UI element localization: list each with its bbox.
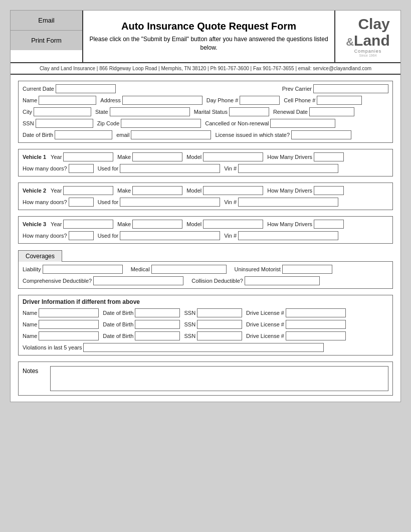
vehicle-1-model-label: Model [186,154,201,160]
vehicle-2-model-input[interactable] [203,186,263,195]
vehicle-2-row-1: Vehicle 2 Year Make Model How Many Drive… [23,186,388,195]
coverages-row-1: Liability Medical Uninsured Motorist [23,265,388,274]
vehicle-3-year-input[interactable] [63,220,113,229]
vehicle-1-usedfor-input[interactable] [120,164,220,173]
vehicle-2-model-label: Model [186,188,201,194]
vehicle-2-year-input[interactable] [63,186,113,195]
vehicle-3-vin-input[interactable] [238,231,338,240]
uninsured-input[interactable] [282,265,332,274]
driver-1-ssn-label: SSN [184,310,195,316]
address-label: Address [100,97,120,103]
personal-row-3: City State Marital Status Renewal Date [23,107,388,116]
vehicle-3-section: Vehicle 3 Year Make Model How Many Drive… [18,216,393,244]
prev-carrier-input[interactable] [313,84,388,93]
license-state-input[interactable] [291,130,351,139]
vehicle-3-drivers-label: How Many Drivers [267,221,312,227]
logo-clay: Clay [358,16,389,32]
medical-input[interactable] [151,265,227,274]
print-button[interactable]: Print Form [11,31,82,50]
driver-2-name-input[interactable] [39,320,99,329]
city-input[interactable] [34,107,91,116]
vehicle-1-year-input[interactable] [63,152,113,161]
vehicle-3-vin-label: Vin # [224,233,237,239]
collision-deductible-label: Collision Deductible? [191,278,243,284]
driver-2-ssn-input[interactable] [197,320,242,329]
prev-carrier-label: Prev Carrier [282,86,312,92]
driver-2-name-label: Name [23,321,37,327]
comp-deductible-label: Comprehensive Deductible? [23,278,92,284]
vehicle-1-usedfor-label: Used for [98,165,119,171]
vehicle-3-make-input[interactable] [132,220,182,229]
vehicle-2-drivers-input[interactable] [314,186,344,195]
vehicle-2-drivers-label: How Many Drivers [267,188,312,194]
vehicle-3-model-input[interactable] [203,220,263,229]
vehicle-1-vin-input[interactable] [238,164,338,173]
coverages-section: Liability Medical Uninsured Motorist Com… [18,261,393,289]
vehicle-1-drivers-label: How Many Drivers [267,154,312,160]
vehicle-1-model-input[interactable] [203,152,263,161]
email-label: email [116,132,129,138]
current-date-input[interactable] [56,84,116,93]
marital-status-input[interactable] [229,107,269,116]
zip-code-input[interactable] [121,119,201,128]
name-input[interactable] [39,96,96,105]
violations-row: Violations in last 5 years [23,343,388,352]
cancelled-input[interactable] [270,119,335,128]
driver-1-dl-input[interactable] [286,308,346,317]
driver-3-dob-input[interactable] [135,331,180,340]
driver-2-ssn-label: SSN [184,321,195,327]
medical-label: Medical [131,266,150,272]
violations-input[interactable] [83,343,324,352]
email-input[interactable] [131,130,211,139]
driver-3-ssn-input[interactable] [197,331,242,340]
dob-input[interactable] [55,130,112,139]
state-input[interactable] [110,107,190,116]
driver-2-dob-input[interactable] [135,320,180,329]
vehicle-1-drivers-input[interactable] [314,152,344,161]
address-input[interactable] [122,96,202,105]
personal-row-1: Current Date Prev Carrier [23,84,388,93]
email-button[interactable]: Email [11,11,82,31]
driver-2-dl-input[interactable] [286,320,346,329]
liability-input[interactable] [43,265,123,274]
license-state-label: License issued in which state? [215,132,290,138]
cancelled-label: Cancelled or Non-renewal [205,120,269,126]
driver-3-name-input[interactable] [39,331,99,340]
renewal-date-input[interactable] [309,107,354,116]
form-subtitle: Please click on the "Submit by Email" bu… [88,35,329,52]
day-phone-input[interactable] [240,96,280,105]
comp-deductible-input[interactable] [93,276,183,285]
vehicle-3-doors-input[interactable] [69,231,94,240]
driver-2-dob-label: Date of Birth [103,321,133,327]
collision-deductible-input[interactable] [245,276,320,285]
vehicle-1-make-input[interactable] [132,152,182,161]
vehicle-1-doors-input[interactable] [69,164,94,173]
driver-2-dl-label: Drive License # [246,321,284,327]
vehicle-3-row-2: How many doors? Used for Vin # [23,231,388,240]
driver-1-name-input[interactable] [39,308,99,317]
vehicle-3-usedfor-input[interactable] [120,231,220,240]
vehicle-3-drivers-input[interactable] [314,220,344,229]
vehicle-2-doors-input[interactable] [69,198,94,207]
driver-1-ssn-input[interactable] [197,308,242,317]
vehicle-2-make-input[interactable] [132,186,182,195]
logo: Clay &Land Companies Since 1964 [335,11,400,62]
vehicle-2-vin-input[interactable] [238,198,338,207]
personal-info-section: Current Date Prev Carrier Name Address D… [18,81,393,143]
vehicle-2-usedfor-label: Used for [98,199,119,205]
vehicle-3-doors-label: How many doors? [23,233,67,239]
vehicle-3-label: Vehicle 3 [23,221,46,227]
driver-3-ssn-label: SSN [184,333,195,339]
logo-land: Land [354,32,390,49]
cell-phone-input[interactable] [317,96,362,105]
driver-1-dob-input[interactable] [135,308,180,317]
vehicle-2-usedfor-input[interactable] [120,198,220,207]
driver-3-dl-input[interactable] [286,331,346,340]
vehicle-2-row-2: How many doors? Used for Vin # [23,198,388,207]
vehicle-1-row-2: How many doors? Used for Vin # [23,164,388,173]
vehicle-1-doors-label: How many doors? [23,165,67,171]
logo-since: Since 1964 [359,54,376,57]
vehicle-3-make-label: Make [117,221,131,227]
notes-input[interactable] [50,366,388,391]
ssn-input[interactable] [36,119,93,128]
